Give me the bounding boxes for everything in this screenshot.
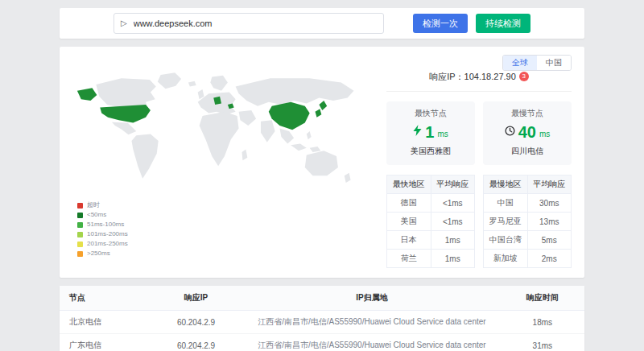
fastest-node-title: 最快节点	[390, 108, 472, 119]
node-table-card: 节点 响应IP IP归属地 响应时间 北京电信60.204.2.9江西省/南昌市…	[60, 286, 584, 351]
slowest-unit: ms	[539, 130, 550, 140]
ip-location: 江西省/南昌市/电信/AS55990/Huawei Cloud Service …	[243, 334, 500, 351]
mini-table-cell: 1ms	[431, 231, 475, 250]
fastest-unit: ms	[437, 130, 448, 140]
continuous-test-button[interactable]: 持续检测	[476, 14, 530, 33]
legend-item: >250ms	[77, 250, 372, 258]
fastest-ms: 1	[425, 124, 434, 140]
play-icon: ▷	[121, 19, 127, 27]
legend-item: 51ms-100ms	[77, 221, 372, 229]
header-ip-location: IP归属地	[243, 286, 500, 311]
legend-label: >250ms	[87, 250, 110, 258]
node-table-header-row: 节点 响应IP IP归属地 响应时间	[60, 286, 584, 311]
slowest-node-card: 最慢节点 40 ms 四川电信	[483, 101, 572, 165]
mini-table-cell: 1ms	[431, 250, 475, 268]
world-map	[72, 69, 372, 198]
mini-table-cell: 13ms	[527, 213, 572, 231]
legend-swatch	[77, 242, 83, 247]
mini-table-cell: 新加坡	[484, 250, 528, 268]
test-once-button[interactable]: 检测一次	[413, 14, 468, 33]
response-ip-label: 响应IP：	[429, 72, 464, 81]
node-table-row: 北京电信60.204.2.9江西省/南昌市/电信/AS55990/Huawei …	[60, 311, 584, 334]
fastest-node-card: 最快节点 1 ms 美国西雅图	[386, 101, 475, 165]
response-ip: 60.204.2.9	[149, 334, 243, 351]
mini-table-cell: 罗马尼亚	[484, 213, 528, 231]
mini-table-row: 美国<1ms	[387, 213, 475, 231]
legend-swatch	[77, 232, 83, 237]
mini-table-row: 罗马尼亚13ms	[484, 213, 572, 231]
stat-cards: 最快节点 1 ms 美国西雅图 最慢节点 40 ms	[386, 101, 572, 165]
legend-swatch	[77, 203, 83, 209]
mini-table-row: 荷兰1ms	[387, 250, 475, 268]
node-name: 广东电信	[60, 334, 149, 351]
mini-table-header-row: 最快地区平均响应	[387, 176, 475, 194]
slowest-node-value: 40 ms	[486, 124, 568, 140]
node-table: 节点 响应IP IP归属地 响应时间 北京电信60.204.2.9江西省/南昌市…	[60, 286, 584, 351]
mini-table-cell: 5ms	[527, 231, 572, 250]
response-ip-value: 104.18.27.90	[464, 72, 516, 81]
legend-label: 201ms-250ms	[87, 240, 128, 248]
fastest-location: 美国西雅图	[390, 146, 472, 157]
mini-table-row: 中国30ms	[484, 194, 572, 213]
legend: 超时<50ms51ms-100ms101ms-200ms201ms-250ms>…	[72, 201, 372, 258]
response-ip: 60.204.2.9	[149, 311, 243, 334]
mini-table-row: 日本1ms	[387, 231, 475, 250]
tab-china[interactable]: 中国	[537, 56, 571, 70]
legend-swatch	[77, 222, 83, 228]
mini-table-cell: 30ms	[527, 194, 572, 213]
scope-tabs: 全球 中国	[502, 55, 572, 71]
mini-table-header: 平均响应	[527, 176, 572, 194]
response-time: 18ms	[501, 311, 584, 334]
slowest-ms: 40	[518, 124, 536, 140]
mini-table-row: 德国<1ms	[387, 194, 475, 213]
mini-table-cell: 中国	[484, 194, 528, 213]
map-column: 超时<50ms51ms-100ms101ms-200ms201ms-250ms>…	[72, 69, 372, 268]
legend-item: 201ms-250ms	[77, 240, 372, 248]
stats-panel: 响应IP：104.18.27.903 最快节点 1 ms 美国西雅图 最慢节点	[372, 69, 572, 268]
legend-swatch	[77, 251, 83, 257]
response-ip-line: 响应IP：104.18.27.903	[386, 71, 572, 92]
slowest-node-title: 最慢节点	[486, 108, 568, 119]
mini-table-header: 平均响应	[431, 176, 475, 194]
legend-label: 超时	[87, 201, 100, 209]
url-input-box[interactable]: ▷	[114, 13, 384, 34]
mini-table-header: 最快地区	[387, 176, 431, 194]
lightning-icon	[413, 125, 422, 139]
header-response-time: 响应时间	[501, 286, 584, 311]
legend-label: <50ms	[87, 211, 106, 219]
mini-table-cell: 日本	[387, 231, 431, 250]
mini-table-cell: 荷兰	[387, 250, 431, 268]
header-response-ip: 响应IP	[149, 286, 243, 311]
legend-swatch	[77, 213, 83, 218]
action-buttons: 检测一次 持续检测	[413, 14, 530, 33]
response-time: 31ms	[501, 334, 584, 351]
url-input[interactable]	[132, 18, 377, 29]
ip-count-badge[interactable]: 3	[519, 72, 529, 81]
legend-item: <50ms	[77, 211, 372, 219]
slowest-regions-table: 最慢地区平均响应中国30ms罗马尼亚13ms中国台湾5ms新加坡2ms	[483, 175, 572, 268]
clock-icon	[505, 125, 515, 139]
slowest-location: 四川电信	[486, 146, 568, 157]
mini-table-cell: <1ms	[431, 194, 475, 213]
search-bar: ▷ 检测一次 持续检测	[60, 8, 584, 39]
mini-table-cell: 中国台湾	[484, 231, 528, 250]
fastest-regions-table: 最快地区平均响应德国<1ms美国<1ms日本1ms荷兰1ms	[386, 175, 475, 268]
ip-location: 江西省/南昌市/电信/AS55990/Huawei Cloud Service …	[243, 311, 500, 334]
result-card: 全球 中国	[60, 47, 584, 278]
page: ▷ 检测一次 持续检测 全球 中国	[60, 0, 584, 351]
fastest-node-value: 1 ms	[390, 124, 472, 140]
header-node: 节点	[60, 286, 149, 311]
mini-table-cell: 美国	[387, 213, 431, 231]
node-name: 北京电信	[60, 311, 149, 334]
mini-table-cell: 2ms	[527, 250, 572, 268]
mini-table-cell: <1ms	[431, 213, 475, 231]
mini-table-row: 新加坡2ms	[484, 250, 572, 268]
mini-table-row: 中国台湾5ms	[484, 231, 572, 250]
node-table-body: 北京电信60.204.2.9江西省/南昌市/电信/AS55990/Huawei …	[60, 311, 584, 351]
legend-item: 超时	[77, 201, 372, 209]
legend-label: 101ms-200ms	[87, 230, 128, 238]
legend-item: 101ms-200ms	[77, 230, 372, 238]
tab-global[interactable]: 全球	[503, 56, 537, 70]
mini-table-header-row: 最慢地区平均响应	[484, 176, 572, 194]
result-body: 超时<50ms51ms-100ms101ms-200ms201ms-250ms>…	[72, 69, 572, 268]
